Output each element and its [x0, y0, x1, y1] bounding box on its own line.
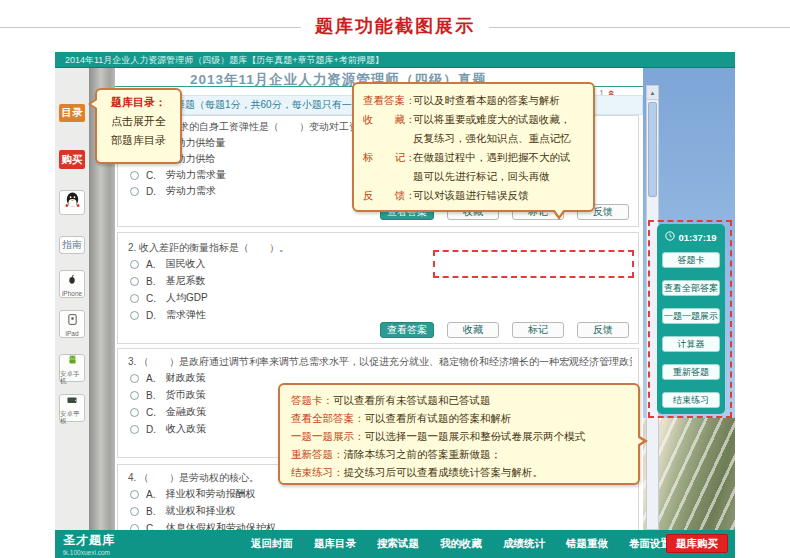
question-actions: 查看答案 收藏 标记 反馈	[380, 322, 629, 338]
option-text: 货币政策	[165, 388, 205, 402]
radio-button[interactable]	[130, 171, 139, 180]
answer-sheet-button[interactable]: 答题卡	[662, 252, 720, 268]
radio-button[interactable]	[130, 391, 139, 400]
option-row[interactable]: D.收入政策	[130, 422, 206, 436]
favorite-button[interactable]: 收藏	[447, 322, 499, 338]
menu-back-cover[interactable]: 返回封面	[251, 537, 293, 551]
option-row[interactable]: B.货币政策	[130, 388, 205, 402]
one-by-one-button[interactable]: 一题一题展示	[662, 308, 720, 324]
radio-button[interactable]	[130, 408, 139, 417]
option-text: 劳动力需求量	[166, 168, 226, 182]
option-text: 就业权和择业权	[165, 504, 235, 518]
radio-button[interactable]	[130, 294, 139, 303]
option-row[interactable]: A.择业权和劳动报酬权	[130, 487, 255, 501]
radio-button[interactable]	[130, 277, 139, 286]
app-window: 2014年11月企业人力资源管理师（四级）题库【历年真题+章节题库+考前押题】 …	[55, 52, 735, 558]
qq-penguin-icon	[63, 191, 82, 214]
calculator-button[interactable]: 计算器	[662, 336, 720, 352]
option-row[interactable]: C.劳动力需求量	[130, 168, 226, 182]
question-block-2: 2. 收入差距的衡量指标是（ ）。 A.国民收入 B.基尼系数 C.人均GDP …	[117, 232, 639, 344]
buy-bank-button[interactable]: 题库购买	[666, 534, 728, 553]
page-header: 题库功能截图展示	[0, 0, 790, 52]
android-tablet-label: 安卓平板	[60, 410, 84, 424]
option-row[interactable]: D.劳动力需求	[130, 184, 216, 198]
view-answer-button[interactable]: 查看答案	[380, 322, 434, 338]
iphone-button[interactable]: iPhone	[59, 270, 85, 298]
option-text: 需求弹性	[166, 308, 206, 322]
option-row[interactable]: D.需求弹性	[130, 308, 206, 322]
callout-tail-left	[88, 98, 97, 110]
page: 题库功能截图展示 2014年11月企业人力资源管理师（四级）题库【历年真题+章节…	[0, 0, 790, 558]
app-bottom-bar: 圣才题库 tk.100xuexi.com 返回封面 题库目录 搜索试题 我的收藏…	[55, 530, 735, 558]
callout-tail-right	[638, 435, 648, 447]
option-row[interactable]: A.财政政策	[130, 371, 205, 385]
tool-panel: 01:37:19 答题卡 查看全部答案 一题一题展示 计算器 重新答题 结束练习	[657, 224, 725, 414]
question-text: 3. （ ）是政府通过调节利率来调节总需求水平，以促进充分就业、稳定物价和经济增…	[128, 355, 632, 369]
callout-question-actions: 查看答案：可以及时查看本题的答案与解析 收 藏：可以将重要或难度大的试题收藏， …	[352, 82, 595, 212]
catalog-button[interactable]: 目录	[59, 104, 85, 122]
option-text: 休息休假权和劳动保护权	[166, 521, 276, 530]
option-row[interactable]: A.国民收入	[130, 257, 205, 271]
option-text: 劳动力需求	[166, 184, 216, 198]
left-icon-rail: 目录 购买 指南 iPhone iPad	[55, 68, 89, 530]
tablet-icon	[65, 392, 79, 410]
menu-catalog[interactable]: 题库目录	[314, 537, 356, 551]
option-text: 择业权和劳动报酬权	[165, 487, 255, 501]
menu-search[interactable]: 搜索试题	[377, 537, 419, 551]
option-row[interactable]: C.金融政策	[130, 405, 206, 419]
buy-button[interactable]: 购买	[59, 150, 85, 169]
option-text: 金融政策	[166, 405, 206, 419]
option-text: 国民收入	[165, 257, 205, 271]
menu-redo-wrong[interactable]: 错题重做	[566, 537, 608, 551]
option-row[interactable]: B.就业权和择业权	[130, 504, 235, 518]
timer-value: 01:37:19	[678, 232, 716, 243]
option-row[interactable]: B.基尼系数	[130, 274, 205, 288]
guide-button[interactable]: 指南	[59, 236, 85, 254]
callout-tool-panel: 答题卡：可以查看所有未答试题和已答试题 查看全部答案：可以查看所有试题的答案和解…	[278, 383, 640, 485]
menu-score-stats[interactable]: 成绩统计	[503, 537, 545, 551]
actions-annotation-border	[433, 250, 634, 278]
ipad-icon	[66, 312, 79, 330]
redo-button[interactable]: 重新答题	[662, 364, 720, 380]
radio-button[interactable]	[130, 425, 139, 434]
clock-icon	[665, 231, 675, 243]
bottom-menu: 返回封面 题库目录 搜索试题 我的收藏 成绩统计 错题重做 卷面设置	[251, 530, 671, 558]
radio-button[interactable]	[130, 311, 139, 320]
android-phone-label: 安卓手机	[60, 370, 84, 384]
android-icon	[66, 352, 79, 370]
callout-title: 题库目录：	[103, 93, 174, 112]
radio-button[interactable]	[130, 507, 139, 516]
menu-favorites[interactable]: 我的收藏	[440, 537, 482, 551]
divider	[0, 27, 301, 28]
ipad-label: iPad	[65, 330, 78, 337]
feedback-button[interactable]: 反馈	[577, 322, 629, 338]
radio-button[interactable]	[130, 187, 139, 196]
android-tablet-button[interactable]: 安卓平板	[59, 394, 85, 422]
option-text: 人均GDP	[166, 291, 208, 305]
option-text: 财政政策	[165, 371, 205, 385]
qq-button[interactable]	[59, 190, 85, 215]
view-all-answers-button[interactable]: 查看全部答案	[662, 280, 720, 296]
finish-practice-button[interactable]: 结束练习	[662, 392, 720, 408]
page-title: 题库功能截图展示	[315, 14, 475, 38]
option-text: 收入政策	[166, 422, 206, 436]
timer: 01:37:19	[657, 231, 725, 243]
mark-button[interactable]: 标记	[512, 322, 564, 338]
iphone-label: iPhone	[62, 290, 82, 297]
callout-tail-down	[552, 210, 566, 220]
android-phone-button[interactable]: 安卓手机	[59, 354, 85, 382]
option-row[interactable]: C.人均GDP	[130, 291, 208, 305]
callout-catalog: 题库目录： 点击展开全 部题库目录	[95, 88, 182, 164]
scroll-up-arrow[interactable]: ▲	[647, 86, 658, 100]
radio-button[interactable]	[130, 260, 139, 269]
apple-icon	[66, 272, 78, 290]
scrollbar-thumb[interactable]	[648, 102, 657, 197]
option-row[interactable]: C.休息休假权和劳动保护权	[130, 521, 276, 530]
divider	[489, 27, 790, 28]
app-title-bar: 2014年11月企业人力资源管理师（四级）题库【历年真题+章节题库+考前押题】	[55, 52, 735, 68]
radio-button[interactable]	[130, 490, 139, 499]
menu-paper-settings[interactable]: 卷面设置	[629, 537, 671, 551]
ipad-button[interactable]: iPad	[59, 310, 85, 338]
app-logo: 圣才题库 tk.100xuexi.com	[63, 532, 115, 556]
radio-button[interactable]	[130, 374, 139, 383]
